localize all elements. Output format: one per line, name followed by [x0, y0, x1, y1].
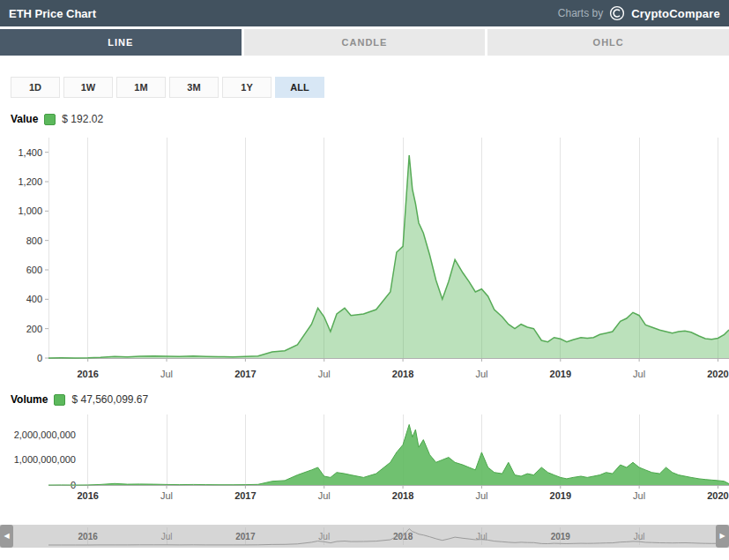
volume-legend: Volume $ 47,560,099.67: [11, 392, 729, 407]
svg-text:Jul: Jul: [161, 532, 173, 541]
svg-text:2020: 2020: [707, 490, 728, 501]
svg-text:2016: 2016: [77, 369, 98, 379]
svg-text:Jul: Jul: [475, 490, 487, 501]
chart-type-tabs: LINE CANDLE OHLC: [0, 29, 729, 56]
svg-text:2019: 2019: [550, 369, 571, 379]
tab-ohlc[interactable]: OHLC: [487, 29, 729, 56]
svg-text:Jul: Jul: [634, 532, 645, 541]
brand-name: CryptoCompare: [631, 7, 720, 20]
svg-text:Jul: Jul: [318, 532, 330, 541]
volume-chart[interactable]: 2016Jul2017Jul2018Jul2019Jul202001,000,0…: [0, 407, 729, 506]
tab-line[interactable]: LINE: [0, 29, 242, 56]
svg-text:400: 400: [26, 294, 42, 304]
svg-text:2017: 2017: [235, 532, 256, 541]
svg-text:2019: 2019: [550, 490, 571, 501]
time-range-buttons: 1D 1W 1M 3M 1Y ALL: [11, 77, 729, 98]
charts-by-label: Charts by: [558, 7, 603, 19]
svg-text:2018: 2018: [392, 369, 413, 379]
range-all-button[interactable]: ALL: [275, 77, 324, 98]
svg-text:2016: 2016: [78, 532, 99, 541]
svg-text:800: 800: [26, 235, 42, 246]
tab-candle[interactable]: CANDLE: [244, 29, 486, 56]
svg-text:2017: 2017: [234, 369, 256, 379]
value-chart[interactable]: 2016Jul2017Jul2018Jul2019Jul202002004006…: [0, 127, 729, 385]
cryptocompare-logo-icon: [609, 5, 625, 21]
svg-text:2020: 2020: [707, 369, 728, 379]
eth-price-chart-widget: ETH Price Chart Charts by CryptoCompare …: [0, 0, 729, 560]
svg-text:2019: 2019: [551, 532, 571, 541]
brand-area[interactable]: Charts by CryptoCompare: [558, 5, 720, 21]
navigator-left-arrow[interactable]: ◀: [0, 525, 13, 548]
svg-text:600: 600: [26, 265, 42, 275]
svg-text:2018: 2018: [392, 490, 413, 501]
navigator-right-arrow[interactable]: ▶: [716, 525, 729, 548]
svg-text:Jul: Jul: [160, 490, 173, 501]
svg-text:1,000,000,000: 1,000,000,000: [14, 454, 76, 465]
header: ETH Price Chart Charts by CryptoCompare: [0, 0, 729, 26]
navigator-scrollbar[interactable]: 2016Jul2017Jul2018Jul2019Jul ◀ ▶: [0, 525, 729, 548]
svg-text:1,200: 1,200: [18, 176, 42, 187]
svg-text:2016: 2016: [77, 490, 98, 501]
svg-text:Jul: Jul: [633, 369, 645, 379]
range-1d-button[interactable]: 1D: [11, 77, 60, 98]
value-label: Value: [11, 113, 38, 125]
volume-legend-swatch-icon: [54, 394, 65, 406]
volume-current-value: $ 47,560,099.67: [71, 393, 148, 406]
range-1w-button[interactable]: 1W: [63, 77, 113, 98]
svg-text:1,400: 1,400: [18, 147, 42, 158]
range-1m-button[interactable]: 1M: [116, 77, 166, 98]
value-legend-swatch-icon: [44, 114, 56, 125]
svg-text:Jul: Jul: [475, 369, 487, 379]
svg-text:1,000: 1,000: [18, 205, 42, 216]
svg-text:Jul: Jul: [160, 369, 173, 379]
range-1y-button[interactable]: 1Y: [222, 77, 272, 98]
svg-text:Jul: Jul: [633, 490, 645, 501]
svg-text:Jul: Jul: [318, 490, 331, 501]
svg-text:2,000,000,000: 2,000,000,000: [14, 429, 76, 440]
svg-text:0: 0: [37, 353, 42, 363]
svg-text:Jul: Jul: [318, 369, 331, 379]
svg-text:2017: 2017: [234, 490, 256, 501]
page-title: ETH Price Chart: [9, 7, 96, 20]
navigator-chart[interactable]: 2016Jul2017Jul2018Jul2019Jul: [0, 525, 729, 548]
value-current-price: $ 192.02: [62, 113, 103, 125]
range-3m-button[interactable]: 3M: [169, 77, 219, 98]
svg-text:200: 200: [26, 324, 42, 334]
volume-label: Volume: [11, 393, 48, 406]
value-legend: Value $ 192.02: [11, 111, 729, 127]
